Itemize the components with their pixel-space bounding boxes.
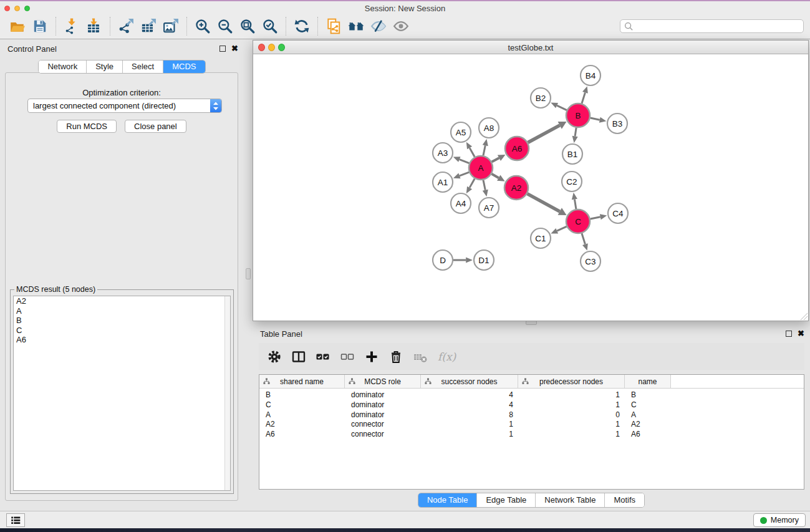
tab-edge-table[interactable]: Edge Table xyxy=(477,493,536,507)
show-graphics-details-button[interactable] xyxy=(390,16,412,37)
optimization-criterion-dropdown[interactable]: largest connected component (directed) xyxy=(27,99,222,113)
column-header-predecessor-nodes[interactable]: predecessor nodes xyxy=(518,375,625,388)
delete-rows-button[interactable] xyxy=(389,350,403,364)
edge-A-A7[interactable] xyxy=(483,180,485,190)
edge-B-B4[interactable] xyxy=(582,92,585,103)
column-header-successor-nodes[interactable]: successor nodes xyxy=(421,375,518,388)
tab-network[interactable]: Network xyxy=(39,60,87,73)
control-panel: Control Panel ✖ NetworkStyleSelectMCDS O… xyxy=(0,39,244,511)
vertical-split-grip[interactable] xyxy=(246,268,251,279)
edge-A2-C[interactable] xyxy=(528,194,560,211)
deselect-all-rows-button[interactable] xyxy=(340,350,354,364)
cell-shared-name: A2 xyxy=(259,420,345,430)
close-table-panel-icon[interactable]: ✖ xyxy=(798,331,804,337)
tab-mcds[interactable]: MCDS xyxy=(163,60,205,73)
float-table-panel-icon[interactable] xyxy=(786,331,792,337)
memory-button[interactable]: Memory xyxy=(753,513,806,527)
edge-A-A6[interactable] xyxy=(492,158,499,162)
edge-C-C3[interactable] xyxy=(582,233,585,244)
open-session-button[interactable] xyxy=(6,16,29,37)
column-header-shared-name[interactable]: shared name xyxy=(259,375,345,388)
add-column-button[interactable] xyxy=(365,350,378,364)
edge-A-A5[interactable] xyxy=(470,148,475,157)
import-network-button[interactable] xyxy=(60,16,83,37)
tab-motifs[interactable]: Motifs xyxy=(605,493,644,507)
table-row[interactable]: Cdominator41C xyxy=(259,400,804,410)
hide-graphics-details-button[interactable] xyxy=(367,16,390,37)
node-label-B4: B4 xyxy=(586,71,596,80)
edge-A-A2[interactable] xyxy=(491,174,498,178)
cell-name: A xyxy=(625,410,671,420)
search-input[interactable] xyxy=(634,21,800,32)
node-label-A7: A7 xyxy=(484,203,494,213)
shared-column-icon xyxy=(263,378,270,387)
export-image-button[interactable] xyxy=(160,16,182,37)
table-options-gear-button[interactable] xyxy=(268,350,281,364)
edge-B-B3[interactable] xyxy=(591,118,600,120)
arrowhead-icon xyxy=(453,157,461,162)
edge-C-C4[interactable] xyxy=(591,217,600,219)
edge-A-A4[interactable] xyxy=(470,178,475,187)
result-item[interactable]: B xyxy=(14,316,230,326)
cell-predecessor-nodes: 1 xyxy=(518,420,625,430)
show-columns-button[interactable] xyxy=(292,350,306,364)
tab-select[interactable]: Select xyxy=(123,60,163,73)
window-resize-grip[interactable] xyxy=(800,312,808,320)
edge-C-C2[interactable] xyxy=(574,199,576,209)
mcds-result-list[interactable]: A2ABCA6 xyxy=(13,296,231,491)
table-row[interactable]: A2connector11A2 xyxy=(259,420,804,430)
tab-node-table[interactable]: Node Table xyxy=(418,493,478,507)
column-header-MCDS-role[interactable]: MCDS role xyxy=(345,375,421,388)
cell-name: A2 xyxy=(625,420,671,430)
edge-A-A1[interactable] xyxy=(460,172,469,176)
save-session-button[interactable] xyxy=(29,16,51,37)
export-network-button[interactable] xyxy=(115,16,137,37)
refresh-button[interactable] xyxy=(291,16,313,37)
zoom-selected-button[interactable] xyxy=(259,16,281,37)
edge-A-A3[interactable] xyxy=(460,160,470,163)
node-label-C3: C3 xyxy=(585,257,595,266)
cell-shared-name: B xyxy=(259,390,345,400)
table-row[interactable]: Adominator80A xyxy=(259,410,804,420)
close-panel-button[interactable]: Close panel xyxy=(125,120,186,133)
titlebar: Session: New Session xyxy=(0,1,810,14)
edge-A-A8[interactable] xyxy=(483,145,485,155)
export-table-button[interactable] xyxy=(137,16,160,37)
zoom-out-button[interactable] xyxy=(214,16,236,37)
tab-style[interactable]: Style xyxy=(87,60,123,73)
float-panel-icon[interactable] xyxy=(219,46,226,52)
column-header-name[interactable]: name xyxy=(625,375,671,388)
select-all-rows-button[interactable] xyxy=(316,350,330,364)
node-label-B2: B2 xyxy=(536,94,546,103)
edge-A6-B[interactable] xyxy=(528,125,560,143)
close-panel-icon[interactable]: ✖ xyxy=(231,46,238,52)
import-table-button[interactable] xyxy=(83,16,105,37)
new-network-from-selection-button[interactable] xyxy=(322,16,345,37)
hide-graphics-details-icon xyxy=(370,18,387,34)
result-item[interactable]: A6 xyxy=(14,335,230,345)
edge-B-B2[interactable] xyxy=(557,105,567,110)
task-history-button[interactable] xyxy=(6,513,25,527)
table-panel-header: Table Panel ✖ xyxy=(253,324,810,343)
arrowhead-icon xyxy=(483,139,488,146)
tab-network-table[interactable]: Network Table xyxy=(536,493,605,507)
cyndex-home-button[interactable] xyxy=(345,16,367,37)
result-item[interactable]: C xyxy=(14,326,230,336)
result-item[interactable]: A2 xyxy=(14,296,230,306)
result-list-scrollbar[interactable] xyxy=(224,296,230,490)
table-row[interactable]: Bdominator41B xyxy=(259,390,804,400)
desktop-wallpaper-strip xyxy=(0,528,810,532)
cell-MCDS-role: connector xyxy=(345,420,421,430)
run-mcds-button[interactable]: Run MCDS xyxy=(57,120,117,133)
network-canvas[interactable]: AA1A3A4A5A7A8A6A2BB1B2B3B4CC1C2C3C4DD1 xyxy=(253,54,808,321)
edge-B-B1[interactable] xyxy=(575,128,576,137)
toolbar-separator xyxy=(286,17,286,36)
result-item[interactable]: A xyxy=(14,306,230,316)
cell-MCDS-role: dominator xyxy=(345,390,421,400)
edge-C-C1[interactable] xyxy=(557,226,566,231)
zoom-in-button[interactable] xyxy=(191,16,214,37)
zoom-fit-button[interactable] xyxy=(236,16,259,37)
table-row[interactable]: A6connector11A6 xyxy=(259,430,804,440)
search-box[interactable] xyxy=(620,19,804,33)
network-window-titlebar[interactable]: testGlobe.txt xyxy=(253,41,808,54)
